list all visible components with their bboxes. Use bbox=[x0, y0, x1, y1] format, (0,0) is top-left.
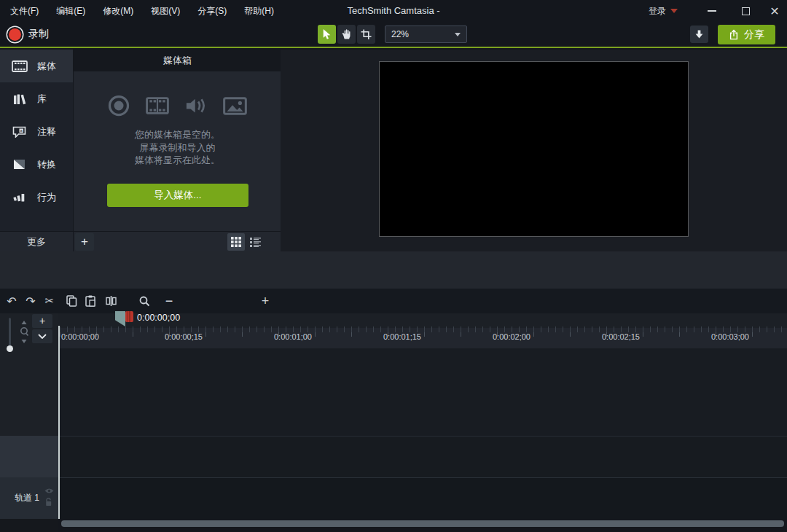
download-arrow-icon bbox=[694, 29, 704, 39]
import-media-button[interactable]: 导入媒体... bbox=[107, 184, 248, 207]
login-menu[interactable]: 登录 bbox=[649, 0, 678, 22]
paste-button[interactable] bbox=[82, 292, 99, 310]
chevron-down-icon bbox=[670, 9, 678, 13]
ruler-label: 0:00:03;00 bbox=[711, 332, 749, 341]
svg-text:a: a bbox=[20, 128, 23, 133]
sidebar-item-label: 注释 bbox=[37, 125, 56, 138]
empty-text-line: 屏幕录制和导入的 bbox=[74, 141, 281, 154]
chevron-down-icon bbox=[38, 334, 47, 339]
close-icon: ✕ bbox=[770, 4, 779, 18]
timeline-gutter: + 轨道 1 bbox=[0, 313, 58, 532]
sidebar-item-annotations[interactable]: a 注释 bbox=[0, 115, 73, 148]
film-strip-icon bbox=[11, 60, 28, 72]
pan-tool-button[interactable] bbox=[337, 25, 356, 44]
more-label: 更多 bbox=[27, 235, 46, 249]
sidebar-more-button[interactable]: 更多 bbox=[0, 231, 73, 251]
redo-button[interactable]: ↷ bbox=[22, 292, 39, 310]
image-icon bbox=[223, 97, 247, 115]
grid-view-icon bbox=[231, 237, 241, 247]
split-icon bbox=[106, 296, 117, 306]
maximize-icon bbox=[742, 7, 750, 15]
undo-button[interactable]: ↶ bbox=[3, 292, 20, 310]
ruler-minor-ticks bbox=[58, 326, 787, 332]
plus-icon: + bbox=[262, 294, 270, 309]
track1-header[interactable]: 轨道 1 bbox=[0, 477, 58, 519]
cursor-tool-button[interactable] bbox=[318, 25, 336, 44]
transition-icon bbox=[11, 159, 28, 170]
ruler-label: 0:00:00;00 bbox=[61, 332, 99, 341]
minimize-button[interactable] bbox=[700, 0, 724, 22]
minimize-icon bbox=[708, 10, 716, 12]
download-button[interactable] bbox=[690, 26, 708, 43]
track-height-slider[interactable] bbox=[9, 318, 11, 348]
lock-open-icon[interactable] bbox=[45, 498, 53, 506]
sidebar-item-label: 媒体 bbox=[37, 60, 56, 73]
share-button[interactable]: 分享 bbox=[718, 25, 775, 44]
timeline-zoom-button[interactable] bbox=[136, 292, 153, 310]
undo-icon: ↶ bbox=[7, 294, 16, 308]
collapse-tracks-button[interactable] bbox=[32, 329, 52, 343]
zoom-in-button[interactable]: + bbox=[257, 292, 274, 310]
eye-icon[interactable] bbox=[44, 488, 54, 494]
timeline-bottom-bar bbox=[58, 519, 787, 532]
canvas-area bbox=[281, 50, 787, 251]
record-circle-icon bbox=[108, 95, 130, 117]
preview-canvas[interactable] bbox=[379, 61, 689, 237]
login-label: 登录 bbox=[649, 5, 666, 17]
menu-view[interactable]: 视图(V) bbox=[151, 5, 180, 17]
ruler-label: 0:00:00;15 bbox=[165, 332, 203, 341]
vertical-zoom-icon bbox=[19, 319, 29, 347]
copy-icon bbox=[66, 295, 77, 307]
sidebar-item-label: 行为 bbox=[37, 191, 56, 204]
copy-button[interactable] bbox=[63, 292, 80, 310]
menu-help[interactable]: 帮助(H) bbox=[244, 5, 274, 17]
add-media-button[interactable]: + bbox=[75, 233, 94, 251]
track-name: 轨道 1 bbox=[15, 492, 39, 504]
playhead-line[interactable] bbox=[58, 326, 60, 519]
sidebar-item-behaviors[interactable]: 行为 bbox=[0, 181, 73, 214]
canvas-zoom-select[interactable]: 22% bbox=[385, 26, 467, 43]
magnifier-icon bbox=[139, 296, 150, 307]
playhead-time: 0:00:00;00 bbox=[137, 313, 180, 323]
list-view-button[interactable] bbox=[246, 233, 264, 251]
track1-row[interactable] bbox=[58, 477, 787, 519]
menu-file[interactable]: 文件(F) bbox=[10, 5, 39, 17]
timeline-ruler[interactable]: 0:00:00;00 0:00:00;15 0:00:01;00 0:00:01… bbox=[58, 313, 787, 348]
empty-text-line: 媒体将显示在此处。 bbox=[74, 154, 281, 167]
books-icon bbox=[11, 93, 28, 105]
tools-sidebar: 媒体 库 a 注释 转换 bbox=[0, 50, 73, 251]
ruler-label: 0:00:02;15 bbox=[602, 332, 640, 341]
hand-icon bbox=[341, 28, 352, 40]
grid-view-button[interactable] bbox=[227, 233, 245, 251]
chevron-down-icon bbox=[455, 33, 461, 36]
ruler-label: 0:00:02;00 bbox=[493, 332, 530, 341]
menu-edit[interactable]: 编辑(E) bbox=[56, 5, 85, 17]
list-view-icon bbox=[250, 238, 261, 247]
horizontal-scrollbar[interactable] bbox=[61, 520, 784, 527]
playhead-out-handle[interactable] bbox=[125, 311, 133, 322]
add-track-button[interactable]: + bbox=[32, 314, 52, 328]
timeline-tracks[interactable] bbox=[58, 348, 787, 519]
sidebar-item-transitions[interactable]: 转换 bbox=[0, 148, 73, 181]
maximize-button[interactable] bbox=[733, 0, 758, 22]
crop-tool-button[interactable] bbox=[357, 25, 375, 44]
zoom-out-button[interactable]: − bbox=[160, 292, 178, 310]
ruler-label: 0:00:01;00 bbox=[274, 332, 312, 341]
menu-share[interactable]: 分享(S) bbox=[197, 5, 227, 17]
sidebar-item-label: 库 bbox=[37, 93, 47, 106]
media-bin-panel: 媒体箱 您的媒体箱是空的。 屏幕录制和导入的 媒体将显示在此处。 导入媒体...… bbox=[73, 50, 281, 251]
track-height-slider-handle[interactable] bbox=[7, 345, 13, 352]
empty-track-row[interactable] bbox=[58, 436, 787, 477]
sidebar-item-media[interactable]: 媒体 bbox=[0, 50, 73, 82]
split-button[interactable] bbox=[102, 292, 120, 310]
sidebar-item-library[interactable]: 库 bbox=[0, 82, 73, 115]
export-icon bbox=[729, 29, 739, 40]
behaviors-icon bbox=[11, 192, 28, 203]
callout-icon: a bbox=[11, 126, 28, 138]
close-button[interactable]: ✕ bbox=[762, 0, 787, 22]
timeline-toolbar: ↶ ↷ ✂ − + bbox=[0, 289, 787, 313]
record-button[interactable]: 录制 bbox=[4, 25, 53, 44]
media-bin-empty-text: 您的媒体箱是空的。 屏幕录制和导入的 媒体将显示在此处。 bbox=[74, 128, 281, 167]
cut-button[interactable]: ✂ bbox=[41, 292, 58, 310]
menu-modify[interactable]: 修改(M) bbox=[103, 5, 133, 17]
